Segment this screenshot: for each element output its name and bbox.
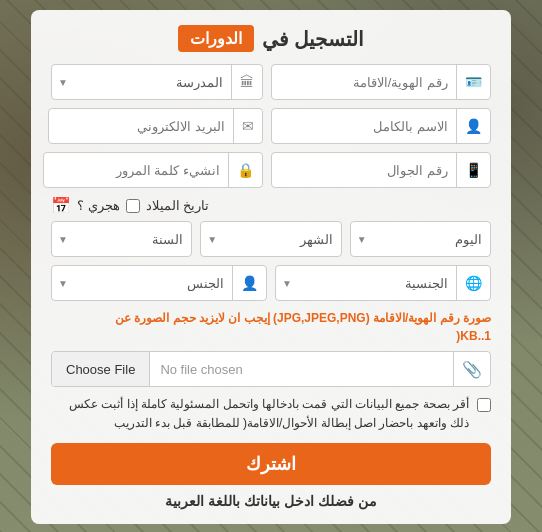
- nationality-chevron-icon: ▼: [276, 278, 298, 289]
- file-upload-row: 📎 No file chosen Choose File: [51, 351, 491, 387]
- email-input[interactable]: [49, 109, 233, 143]
- year-chevron-icon: ▼: [52, 234, 74, 245]
- password-group: 🔒: [43, 152, 263, 188]
- birth-label-row: تاريخ الميلاد هجري ؟ 📅: [51, 196, 491, 215]
- gender-chevron-icon: ▼: [52, 278, 74, 289]
- name-input-wrapper: 👤: [271, 108, 491, 144]
- photo-warning-size: 1..KB(: [456, 329, 491, 343]
- no-file-text: No file chosen: [150, 362, 453, 377]
- bottom-note: من فضلك ادخل بياناتك باللغة العربية: [51, 493, 491, 509]
- id-input[interactable]: [272, 65, 456, 99]
- person-gender-icon: 👤: [232, 266, 266, 300]
- terms-row: أقر بصحة جميع البيانات التي قمت بادخالها…: [51, 395, 491, 433]
- id-icon: 🪪: [456, 65, 490, 99]
- row-id-school: 🪪 🏛 المدرسة ▼: [51, 64, 491, 100]
- choose-file-button[interactable]: Choose File: [52, 352, 150, 386]
- lock-icon: 🔒: [228, 153, 262, 187]
- school-select-wrapper: 🏛 المدرسة ▼: [51, 64, 263, 100]
- nationality-select[interactable]: الجنسية: [298, 266, 456, 300]
- hijri-label: هجري ؟: [77, 198, 120, 213]
- name-input[interactable]: [272, 109, 456, 143]
- phone-input-wrapper: 📱: [271, 152, 491, 188]
- header-badge: الدورات: [178, 25, 254, 52]
- day-select[interactable]: اليوم: [373, 222, 490, 256]
- gender-select[interactable]: الجنس: [74, 266, 232, 300]
- registration-form: التسجيل في الدورات 🪪 🏛 المدرسة ▼: [31, 10, 511, 524]
- email-input-wrapper: ✉: [48, 108, 263, 144]
- file-attach-icon: 📎: [453, 352, 490, 386]
- submit-button[interactable]: اشترك: [51, 443, 491, 485]
- globe-icon: 🌐: [456, 266, 490, 300]
- photo-warning-text: صورة رقم الهوية/الاقامة (JPG,JPEG,PNG) إ…: [115, 311, 491, 325]
- name-group: 👤: [271, 108, 491, 144]
- email-icon: ✉: [233, 109, 262, 143]
- row-phone-password: 📱 🔒: [51, 152, 491, 188]
- school-chevron-icon: ▼: [52, 77, 74, 88]
- hijri-checkbox[interactable]: [126, 199, 140, 213]
- password-input[interactable]: [44, 153, 228, 187]
- nationality-select-wrapper: 🌐 الجنسية ▼: [275, 265, 491, 301]
- id-input-wrapper: 🪪: [271, 64, 491, 100]
- day-chevron-icon: ▼: [351, 234, 373, 245]
- school-select[interactable]: المدرسة: [74, 65, 231, 99]
- phone-group: 📱: [271, 152, 491, 188]
- calendar-icon: 📅: [51, 196, 71, 215]
- email-group: ✉: [48, 108, 263, 144]
- terms-checkbox[interactable]: [477, 398, 491, 412]
- date-selects-row: اليوم ▼ الشهر ▼ السنة ▼: [51, 221, 491, 257]
- month-select[interactable]: الشهر: [223, 222, 340, 256]
- row-name-email: 👤 ✉: [51, 108, 491, 144]
- terms-text: أقر بصحة جميع البيانات التي قمت بادخالها…: [51, 395, 469, 433]
- birth-label: تاريخ الميلاد: [146, 198, 210, 213]
- phone-input[interactable]: [272, 153, 456, 187]
- year-select[interactable]: السنة: [74, 222, 191, 256]
- phone-icon: 📱: [456, 153, 490, 187]
- password-input-wrapper: 🔒: [43, 152, 263, 188]
- photo-warning: صورة رقم الهوية/الاقامة (JPG,JPEG,PNG) إ…: [51, 309, 491, 345]
- nationality-group: 🌐 الجنسية ▼: [275, 265, 491, 301]
- header-title: التسجيل في: [262, 27, 365, 51]
- person-icon: 👤: [456, 109, 490, 143]
- form-header: التسجيل في الدورات: [51, 25, 491, 52]
- year-select-wrapper: السنة ▼: [51, 221, 192, 257]
- birth-date-section: تاريخ الميلاد هجري ؟ 📅 اليوم ▼ الشهر ▼: [51, 196, 491, 257]
- building-icon: 🏛: [231, 65, 262, 99]
- school-group: 🏛 المدرسة ▼: [51, 64, 263, 100]
- month-select-wrapper: الشهر ▼: [200, 221, 341, 257]
- day-select-wrapper: اليوم ▼: [350, 221, 491, 257]
- row-nationality-gender: 🌐 الجنسية ▼ 👤 الجنس ▼: [51, 265, 491, 301]
- gender-select-wrapper: 👤 الجنس ▼: [51, 265, 267, 301]
- gender-group: 👤 الجنس ▼: [51, 265, 267, 301]
- id-group: 🪪: [271, 64, 491, 100]
- month-chevron-icon: ▼: [201, 234, 223, 245]
